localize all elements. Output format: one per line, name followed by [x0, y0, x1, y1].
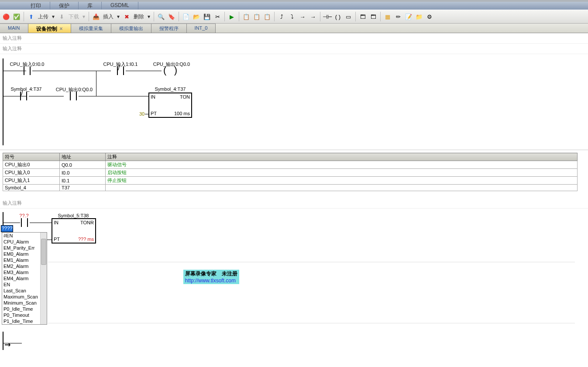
folder-icon[interactable]: 📁 — [415, 12, 423, 21]
line-icon[interactable]: → — [298, 12, 307, 21]
tab-int0[interactable]: INT_0 — [187, 24, 216, 33]
open-icon[interactable]: 📂 — [192, 12, 201, 21]
new-icon[interactable]: 📄 — [182, 12, 190, 21]
pin-ptval: ??? ms — [78, 237, 94, 242]
copy-icon[interactable]: 📋 — [242, 12, 251, 21]
col-symbol[interactable]: 符号 — [3, 153, 60, 161]
paste-icon[interactable]: 📋 — [252, 12, 261, 21]
scrollbar[interactable] — [40, 233, 47, 324]
network-comment-2[interactable]: 输入注释 — [0, 44, 588, 54]
branch2-icon[interactable]: ⤵ — [288, 12, 296, 21]
run-icon[interactable]: ▶ — [227, 12, 236, 21]
pin-ton: TON — [180, 94, 190, 99]
tab-analog-in[interactable]: 模拟量采集 — [71, 24, 111, 33]
ladder-rung-1[interactable]: CPU_输入0:I0.0 CPU_输入1:I0.1 / CPU_输出0:Q0.0… — [0, 54, 588, 150]
toolbar: 🔴 ✅ ⬆ 上传 ▾ ⬇ 下载 ▾ 📥 插入 ▾ ✖ 删除 ▾ 🔍 🔖 📄 📂 … — [0, 10, 588, 24]
symbol-table[interactable]: 符号 地址 注释 CPU_输出0Q0.0驱动信号 CPU_输入0I0.0启动按钮… — [3, 153, 578, 191]
menubar: 打印 保护 库 GSDML — [0, 2, 588, 10]
block-label: Symbol_4:T37 — [155, 86, 186, 92]
watermark: 屏幕录像专家 未注册 http://www.tlxsoft.com — [183, 270, 239, 284]
pin-pt: PT — [54, 237, 60, 242]
menu-protect[interactable]: 保护 — [50, 2, 79, 10]
ladder-rung-2[interactable]: ??.? Symbol_5:T38 IN TONR PT ??? ms — [0, 209, 588, 248]
delete-icon[interactable]: ✖ — [122, 12, 131, 21]
pin-tonr: TONR — [80, 220, 94, 225]
pin-ptval: 100 ms — [174, 111, 190, 116]
insert-button[interactable]: 插入 — [102, 13, 114, 21]
branch-icon[interactable]: ⤴ — [277, 12, 286, 21]
tab-main[interactable]: MAIN — [0, 24, 28, 33]
col-comment[interactable]: 注释 — [106, 153, 578, 161]
download-button: 下载 — [68, 13, 80, 21]
scroll-thumb[interactable] — [41, 239, 46, 265]
autocomplete-dropdown[interactable]: #EN CPU_Alarm EM_Parity_Err EM0_Alarm EM… — [2, 232, 47, 325]
close-icon[interactable]: × — [60, 26, 63, 32]
delete-button[interactable]: 删除 — [133, 13, 145, 21]
menu-gsdml[interactable]: GSDML — [102, 2, 138, 10]
table-row[interactable]: CPU_输入0I0.0启动按钮 — [3, 169, 578, 177]
value-input[interactable]: ???? — [1, 225, 13, 232]
stop-icon[interactable]: 🔴 — [2, 12, 10, 21]
pt-value: 30 — [139, 111, 144, 117]
output-coil[interactable] — [162, 66, 179, 77]
watermark-link: http://www.tlxsoft.com — [185, 278, 236, 284]
tab-device-control[interactable]: 设备控制× — [28, 24, 71, 33]
no-contact[interactable] — [19, 217, 30, 228]
goto-icon[interactable]: 🔍 — [157, 12, 165, 21]
clipboard-icon[interactable]: 📋 — [263, 12, 272, 21]
timer-block-2[interactable]: IN TONR PT ??? ms — [52, 218, 96, 244]
tab-label: 设备控制 — [36, 26, 57, 32]
no-contact[interactable] — [22, 65, 32, 76]
table-row[interactable]: CPU_输出0Q0.0驱动信号 — [3, 161, 578, 169]
end-rung-icon: → — [4, 338, 10, 350]
tab-alarm[interactable]: 报警程序 — [151, 24, 187, 33]
coil-icon[interactable]: ( ) — [334, 12, 342, 21]
col-address[interactable]: 地址 — [60, 153, 106, 161]
timer-block[interactable]: IN TON PT 100 ms — [148, 93, 192, 118]
save-icon[interactable]: 💾 — [203, 12, 211, 21]
line2-icon[interactable]: → — [309, 12, 317, 21]
table-row[interactable]: Symbol_4T37 — [3, 185, 578, 191]
check-icon[interactable]: ✅ — [12, 12, 21, 21]
tabbar: MAIN 设备控制× 模拟量采集 模拟量输出 报警程序 INT_0 — [0, 24, 588, 33]
note-icon[interactable]: 📝 — [404, 12, 413, 21]
upload-arrow-icon[interactable]: ⬆ — [27, 12, 35, 21]
nc-contact[interactable]: / — [18, 91, 29, 101]
props-icon[interactable]: ⚙ — [425, 12, 434, 21]
contact-icon[interactable]: ⊣⊢ — [323, 12, 332, 21]
menu-library[interactable]: 库 — [79, 2, 102, 10]
insert-icon[interactable]: 📥 — [92, 12, 100, 21]
pin-in: IN — [54, 220, 58, 225]
block-label: Symbol_5:T38 — [58, 213, 89, 218]
window2-icon[interactable]: 🗔 — [369, 12, 378, 21]
nc-contact[interactable]: / — [115, 65, 126, 76]
menu-print[interactable]: 打印 — [22, 2, 50, 10]
no-contact[interactable] — [68, 91, 79, 101]
edit-icon[interactable]: ✏ — [394, 12, 402, 21]
pin-pt: PT — [151, 111, 157, 116]
table-icon[interactable]: ▦ — [383, 12, 392, 21]
bookmark-icon[interactable]: 🔖 — [167, 12, 176, 21]
cut-icon[interactable]: ✂ — [213, 12, 222, 21]
window-icon[interactable]: 🗔 — [358, 12, 367, 21]
table-row[interactable]: CPU_输入1I0.1停止按钮 — [3, 177, 578, 185]
network-comment-1[interactable]: 输入注释 — [0, 33, 588, 44]
editor-area[interactable]: 输入注释 输入注释 CPU_输入0:I0.0 CPU_输入1:I0.1 / CP… — [0, 33, 588, 248]
network-comment-3[interactable]: 输入注释 — [0, 198, 588, 209]
upload-button[interactable]: 上传 — [37, 13, 49, 21]
download-arrow-icon: ⬇ — [57, 12, 66, 21]
pin-in: IN — [151, 94, 155, 99]
box-icon[interactable]: ▭ — [344, 12, 353, 21]
tab-analog-out[interactable]: 模拟量输出 — [111, 24, 151, 33]
